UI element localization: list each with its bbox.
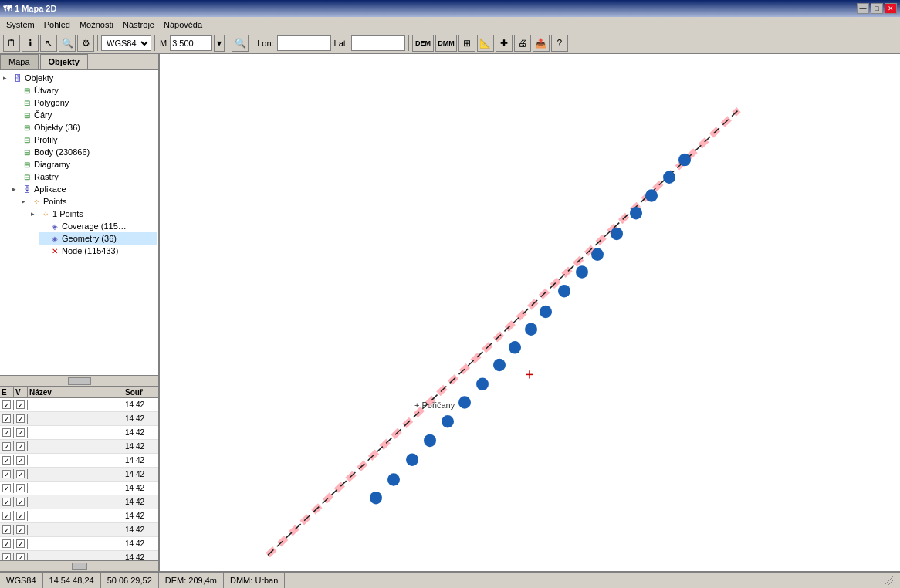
table-row[interactable]: ✓✓14 42 (0, 537, 158, 551)
table-row[interactable]: ✓✓14 42 (0, 440, 158, 454)
checkbox-v-2[interactable]: ✓ (16, 428, 25, 437)
table-row[interactable]: ✓✓14 42 (0, 426, 158, 440)
table-cell-v-11[interactable]: ✓ (14, 553, 28, 560)
table-row[interactable]: ✓✓14 42 (0, 468, 158, 482)
checkbox-e-10[interactable]: ✓ (2, 539, 11, 548)
menu-pohled[interactable]: Pohled (39, 18, 75, 32)
projection-select[interactable]: WGS84 (101, 35, 151, 51)
table-cell-e-0[interactable]: ✓ (0, 400, 14, 410)
toolbar-btn-help[interactable]: ? (551, 35, 568, 52)
tree-item-polygony[interactable]: ⊟Polygony (11, 96, 157, 109)
checkbox-v-0[interactable]: ✓ (16, 400, 25, 409)
tree-item-aplikace[interactable]: ▸🗄Aplikace (11, 183, 157, 195)
checkbox-e-11[interactable]: ✓ (2, 553, 11, 560)
checkbox-v-5[interactable]: ✓ (16, 470, 25, 478)
table-cell-e-6[interactable]: ✓ (0, 483, 14, 493)
table-row[interactable]: ✓✓14 42 (0, 398, 158, 412)
checkbox-v-4[interactable]: ✓ (16, 456, 25, 465)
table-cell-e-3[interactable]: ✓ (0, 441, 14, 451)
tree-item-cary[interactable]: ⊟Čáry (11, 109, 157, 121)
tab-objekty[interactable]: Objekty (40, 54, 88, 69)
table-cell-e-2[interactable]: ✓ (0, 427, 14, 438)
expand-icon-aplikace[interactable]: ▸ (12, 185, 20, 193)
tree-item-body[interactable]: ⊟Body (230866) (11, 146, 157, 158)
table-cell-v-3[interactable]: ✓ (14, 441, 28, 451)
toolbar-btn-dmm[interactable]: DMM (435, 35, 457, 52)
toolbar-btn-zoom[interactable]: 🔍 (232, 35, 249, 52)
table-cell-e-8[interactable]: ✓ (0, 511, 14, 521)
table-cell-e-4[interactable]: ✓ (0, 455, 14, 465)
close-button[interactable]: ✕ (885, 3, 897, 14)
checkbox-e-7[interactable]: ✓ (2, 498, 11, 506)
checkbox-e-3[interactable]: ✓ (2, 442, 11, 451)
table-cell-e-10[interactable]: ✓ (0, 539, 14, 549)
table-row[interactable]: ✓✓14 42 (0, 509, 158, 523)
tab-mapa[interactable]: Mapa (0, 54, 39, 69)
tree-item-coverage[interactable]: ◈Coverage (115… (39, 220, 157, 232)
toolbar-btn-cursor[interactable]: ↖ (40, 35, 57, 52)
tree-item-diagramy[interactable]: ⊟Diagramy (11, 158, 157, 171)
table-row[interactable]: ✓✓14 42 (0, 523, 158, 537)
menu-system[interactable]: Systém (2, 18, 39, 32)
minimize-button[interactable]: — (857, 3, 869, 14)
toolbar-btn-open[interactable]: ℹ (22, 35, 39, 52)
tree-item-points[interactable]: ▸⁘Points (20, 195, 157, 208)
expand-icon-1points[interactable]: ▸ (31, 210, 39, 218)
expand-icon-points[interactable]: ▸ (22, 198, 29, 205)
checkbox-e-8[interactable]: ✓ (2, 512, 11, 520)
table-row[interactable]: ✓✓14 42 (0, 495, 158, 509)
checkbox-e-4[interactable]: ✓ (2, 456, 11, 465)
lon-input[interactable] (277, 35, 331, 51)
table-cell-e-7[interactable]: ✓ (0, 497, 14, 507)
checkbox-e-0[interactable]: ✓ (2, 400, 11, 409)
table-cell-v-8[interactable]: ✓ (14, 511, 28, 521)
table-hscroll[interactable] (0, 560, 158, 571)
toolbar-btn-settings[interactable]: ⚙ (77, 35, 94, 52)
tree-item-objekty36[interactable]: ⊟Objekty (36) (11, 121, 157, 133)
tree-hscroll[interactable] (0, 375, 158, 386)
table-body[interactable]: ✓✓14 42✓✓14 42✓✓14 42✓✓14 42✓✓14 42✓✓14 … (0, 398, 158, 560)
map-area[interactable]: + Pořičany (160, 54, 900, 571)
tree-item-rastry[interactable]: ⊟Rastry (11, 171, 157, 183)
checkbox-v-10[interactable]: ✓ (16, 539, 25, 548)
toolbar-btn-dem[interactable]: DEM (412, 35, 434, 52)
checkbox-v-11[interactable]: ✓ (16, 553, 25, 560)
tree-item-geometry[interactable]: ◈Geometry (36) (39, 232, 157, 245)
table-cell-e-9[interactable]: ✓ (0, 525, 14, 535)
table-cell-v-6[interactable]: ✓ (14, 483, 28, 493)
table-row[interactable]: ✓✓14 42 (0, 551, 158, 560)
table-cell-e-11[interactable]: ✓ (0, 553, 14, 560)
menu-moznosti[interactable]: Možnosti (75, 18, 118, 32)
tree-item-objekty[interactable]: ▸🗄Objekty (2, 72, 157, 84)
toolbar-btn-export[interactable]: 📤 (533, 35, 550, 52)
tree-item-utvary[interactable]: ⊟Útvary (11, 84, 157, 96)
checkbox-v-6[interactable]: ✓ (16, 484, 25, 492)
table-row[interactable]: ✓✓14 42 (0, 454, 158, 468)
checkbox-e-1[interactable]: ✓ (2, 414, 11, 423)
toolbar-btn-gps[interactable]: ✚ (496, 35, 513, 52)
table-cell-v-2[interactable]: ✓ (14, 427, 28, 438)
table-cell-e-1[interactable]: ✓ (0, 414, 14, 424)
table-row[interactable]: ✓✓14 42 (0, 412, 158, 426)
table-row[interactable]: ✓✓14 42 (0, 482, 158, 495)
checkbox-v-9[interactable]: ✓ (16, 525, 25, 534)
checkbox-v-1[interactable]: ✓ (16, 414, 25, 423)
checkbox-v-7[interactable]: ✓ (16, 498, 25, 506)
maximize-button[interactable]: □ (871, 3, 883, 14)
toolbar-btn-layers[interactable]: ⊞ (458, 35, 475, 52)
menu-nastroje[interactable]: Nástroje (118, 18, 159, 32)
table-cell-v-5[interactable]: ✓ (14, 469, 28, 479)
checkbox-v-8[interactable]: ✓ (16, 512, 25, 520)
table-cell-v-9[interactable]: ✓ (14, 525, 28, 535)
table-cell-v-0[interactable]: ✓ (14, 400, 28, 410)
scale-input[interactable] (170, 35, 212, 51)
table-cell-v-4[interactable]: ✓ (14, 455, 28, 465)
tree-item-1points[interactable]: ▸⁘1 Points (29, 208, 157, 220)
menu-napoveda[interactable]: Nápověda (159, 18, 207, 32)
toolbar-btn-info[interactable]: 🔍 (59, 35, 76, 52)
checkbox-e-6[interactable]: ✓ (2, 484, 11, 492)
toolbar-btn-print[interactable]: 🖨 (514, 35, 531, 52)
status-resize[interactable] (878, 573, 900, 588)
checkbox-e-9[interactable]: ✓ (2, 525, 11, 534)
table-cell-v-7[interactable]: ✓ (14, 497, 28, 507)
